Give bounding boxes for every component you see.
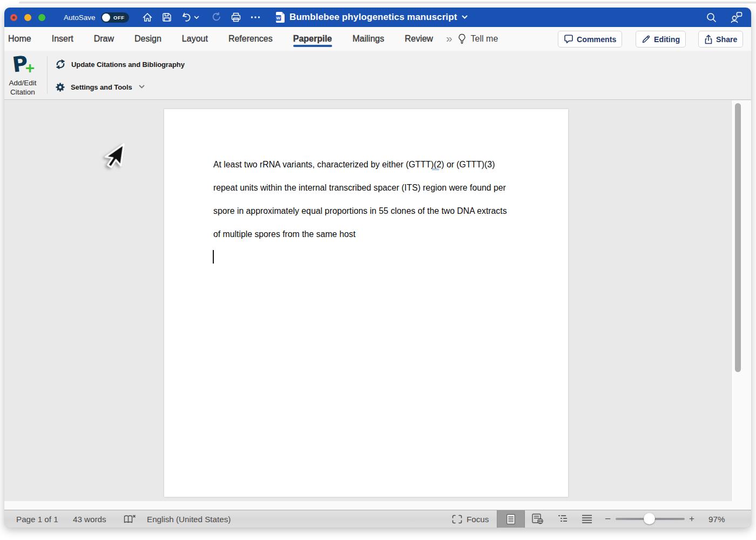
doc-line-3: spore in approximately equal proportions…	[213, 199, 537, 222]
zoom-level[interactable]: 97%	[708, 510, 725, 528]
tab-design[interactable]: Design	[134, 34, 161, 44]
editing-label: Editing	[654, 35, 680, 44]
update-citations-label: Update Citations and Bibliography	[71, 60, 185, 69]
settings-chevron-icon	[139, 85, 145, 89]
focus-toggle[interactable]: Focus	[452, 510, 489, 528]
vertical-scrollbar[interactable]	[731, 100, 751, 501]
zoom-slider-thumb[interactable]	[644, 513, 655, 524]
web-layout-icon	[532, 514, 544, 524]
add-edit-citation-line1: Add/Edit	[4, 79, 41, 88]
tab-references[interactable]: References	[228, 34, 273, 44]
doc-line-2: repeat units within the internal transcr…	[213, 176, 537, 199]
background-window-edge	[19, 1, 756, 3]
spellcheck-status-icon[interactable]	[123, 510, 136, 528]
ribbon-content: P + Add/Edit Citation Update Citations a…	[4, 51, 751, 100]
add-edit-citation-line2: Citation	[4, 88, 41, 97]
tell-me-label: Tell me	[471, 34, 498, 44]
more-icon[interactable]	[249, 11, 262, 24]
word-doc-icon: W	[275, 12, 285, 23]
vertical-scrollbar-thumb[interactable]	[735, 103, 741, 372]
tab-insert[interactable]: Insert	[52, 34, 73, 44]
print-layout-view-button[interactable]	[497, 510, 525, 528]
zoom-out-button[interactable]: −	[605, 510, 611, 528]
svg-text:W: W	[276, 16, 280, 21]
close-button[interactable]	[10, 14, 17, 21]
focus-icon	[452, 515, 462, 524]
tab-draw[interactable]: Draw	[94, 34, 114, 44]
editing-button[interactable]: Editing	[636, 31, 686, 48]
refresh-icon	[55, 59, 66, 70]
autosave-state: OFF	[113, 15, 125, 21]
undo-group	[180, 11, 199, 24]
fullscreen-button[interactable]	[38, 14, 45, 21]
screen: AutoSave OFF	[0, 0, 756, 540]
word-count-status[interactable]: 43 words	[73, 510, 106, 528]
close-dot	[12, 16, 15, 19]
tab-paperpile[interactable]: Paperpile	[293, 34, 332, 44]
paperpile-logo: P +	[12, 52, 33, 78]
comments-label: Comments	[577, 35, 616, 44]
print-icon[interactable]	[230, 11, 242, 24]
settings-tools-button[interactable]: Settings and Tools	[55, 80, 145, 94]
doc-line-1: At least two rRNA variants, characterize…	[213, 153, 537, 176]
web-layout-view-button[interactable]	[532, 510, 544, 528]
autosave-toggle-knob	[102, 14, 110, 22]
lightbulb-icon	[458, 33, 466, 45]
share-label: Share	[716, 35, 737, 44]
ribbon-tab-row: Home Insert Draw Design Layout Reference…	[4, 27, 751, 51]
minimize-button[interactable]	[24, 14, 31, 21]
add-edit-citation-button[interactable]: P + Add/Edit Citation	[4, 52, 41, 97]
status-bar: Page 1 of 1 43 words English (United Sta…	[4, 510, 751, 528]
share-icon	[704, 35, 713, 44]
tab-review[interactable]: Review	[404, 34, 433, 44]
title-chevron-icon[interactable]	[462, 15, 468, 19]
outline-view-icon	[558, 514, 570, 524]
contact-presence-icon[interactable]	[730, 11, 744, 24]
comments-button[interactable]: Comments	[558, 31, 622, 48]
document-page[interactable]: At least two rRNA variants, characterize…	[164, 109, 568, 497]
draft-view-icon	[582, 514, 592, 524]
text-cursor	[213, 250, 214, 264]
titlebar-quick-actions	[141, 11, 268, 24]
focus-label: Focus	[467, 515, 489, 524]
search-icon[interactable]	[705, 11, 718, 24]
paperpile-logo-plus: +	[25, 60, 35, 76]
editing-pencil-icon	[642, 35, 651, 44]
gear-icon	[55, 82, 65, 92]
traffic-lights	[10, 14, 45, 21]
language-status[interactable]: English (United States)	[147, 510, 231, 528]
print-layout-icon	[507, 514, 515, 524]
ribbon-divider	[47, 56, 48, 94]
tab-home[interactable]: Home	[8, 34, 31, 44]
share-button[interactable]: Share	[698, 31, 743, 48]
titlebar-right-icons	[705, 8, 744, 27]
tell-me-group[interactable]: Tell me	[458, 33, 498, 45]
undo-icon[interactable]	[180, 11, 193, 24]
undo-chevron-icon[interactable]	[194, 16, 199, 19]
tab-mailings[interactable]: Mailings	[353, 34, 384, 44]
autosave-label: AutoSave	[64, 14, 96, 22]
word-window: AutoSave OFF	[4, 8, 751, 528]
settings-tools-label: Settings and Tools	[71, 83, 132, 91]
update-citations-button[interactable]: Update Citations and Bibliography	[55, 57, 185, 71]
home-icon[interactable]	[141, 11, 154, 24]
redo-icon[interactable]	[210, 11, 223, 24]
titlebar: AutoSave OFF	[4, 8, 751, 27]
document-title-group[interactable]: W Bumblebee phylogenetics manuscript	[275, 8, 468, 27]
doc-line-4: of multiple spores from the same host	[213, 222, 537, 246]
tab-overflow-chevron[interactable]: »	[446, 32, 453, 45]
horizontal-scrollbar-track	[4, 501, 751, 510]
draft-view-button[interactable]	[582, 510, 592, 528]
comments-icon	[564, 35, 573, 44]
outline-view-button[interactable]	[558, 510, 570, 528]
autosave-toggle[interactable]: OFF	[101, 12, 129, 23]
document-text: At least two rRNA variants, characterize…	[213, 153, 537, 246]
page-count-status[interactable]: Page 1 of 1	[16, 510, 58, 528]
zoom-in-button[interactable]: +	[689, 510, 694, 528]
grammar-squiggle	[432, 168, 439, 170]
tab-layout[interactable]: Layout	[182, 34, 208, 44]
document-title: Bumblebee phylogenetics manuscript	[289, 12, 457, 23]
save-icon[interactable]	[160, 11, 173, 24]
